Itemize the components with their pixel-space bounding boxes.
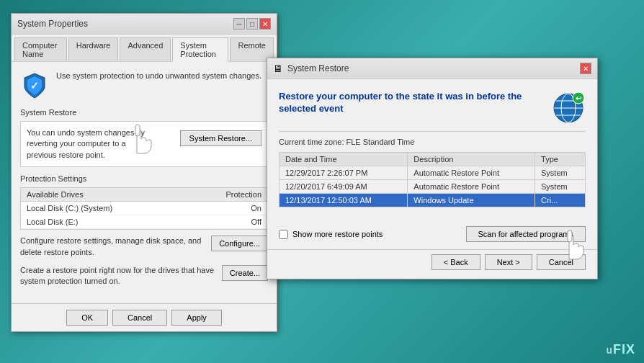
system-restore-row: You can undo system changes by reverting…: [27, 127, 261, 161]
system-restore-box: You can undo system changes by reverting…: [20, 121, 268, 167]
row1-date: 12/29/2017 2:26:07 PM: [279, 166, 408, 180]
undo-text: You can undo system changes by reverting…: [27, 127, 156, 161]
protection-header: Available Drives Protection: [21, 188, 267, 202]
restore-close-button[interactable]: ✕: [580, 63, 591, 74]
drive-e-protection: Off: [251, 218, 261, 226]
configure-button[interactable]: Configure...: [211, 236, 268, 251]
shield-icon: ✓: [20, 71, 49, 99]
show-more-row: Show more restore points: [279, 230, 383, 239]
system-restore-button[interactable]: System Restore...: [180, 130, 261, 146]
next-button[interactable]: Next >: [485, 254, 532, 270]
show-more-label: Show more restore points: [292, 230, 383, 238]
row3-date: 12/13/2017 12:50:03 AM: [279, 194, 408, 207]
back-button[interactable]: < Back: [431, 254, 480, 270]
restore-headline-text: Restore your computer to the state it wa…: [279, 91, 545, 115]
tab-hardware[interactable]: Hardware: [68, 37, 119, 61]
drive-c-name: Local Disk (C:) (System): [27, 204, 112, 212]
system-properties-dialog: System Properties ─ □ ✕ Computer Name Ha…: [11, 13, 277, 332]
row2-desc: Automatic Restore Point: [408, 180, 535, 194]
system-props-body: ✓ Use system protection to undo unwanted…: [12, 62, 277, 303]
col-header-type: Type: [535, 153, 586, 166]
config-row: Configure restore settings, manage disk …: [20, 236, 268, 261]
drive-row-e: Local Disk (E:) Off: [21, 215, 267, 229]
restore-title-bar: 🖥 System Restore ✕: [267, 58, 597, 79]
system-restore-dialog: 🖥 System Restore ✕ Restore your computer…: [267, 58, 598, 279]
row1-type: System: [535, 166, 586, 180]
description-row: ✓ Use system protection to undo unwanted…: [20, 71, 268, 99]
drive-c-protection: On: [251, 204, 261, 212]
create-button[interactable]: Create...: [222, 265, 268, 281]
restore-cancel-button[interactable]: Cancel: [537, 254, 586, 270]
restore-globe-icon: ↩: [551, 91, 586, 125]
maximize-button[interactable]: □: [246, 18, 258, 30]
row3-type: Cri...: [535, 194, 586, 207]
tab-advanced[interactable]: Advanced: [120, 37, 171, 61]
ok-button[interactable]: OK: [66, 310, 108, 326]
scan-button[interactable]: Scan for affected programs: [466, 226, 586, 242]
show-more-checkbox[interactable]: [279, 230, 288, 239]
table-row-selected[interactable]: 12/13/2017 12:50:03 AM Windows Update Cr…: [279, 194, 586, 207]
drive-row-c: Local Disk (C:) (System) On: [21, 202, 267, 215]
timezone-text: Current time zone: FLE Standard Time: [279, 138, 586, 146]
col-header-desc: Description: [408, 153, 535, 166]
cancel-button[interactable]: Cancel: [112, 310, 167, 326]
svg-text:↩: ↩: [576, 94, 582, 102]
col-protection: Protection: [225, 190, 261, 199]
protection-table: Available Drives Protection Local Disk (…: [20, 187, 268, 230]
row2-date: 12/20/2017 6:49:09 AM: [279, 180, 408, 194]
svg-text:✓: ✓: [30, 80, 39, 91]
restore-footer-lower: < Back Next > Cancel: [267, 249, 597, 279]
restore-title-text: System Restore: [287, 63, 349, 73]
create-text: Create a restore point right now for the…: [20, 265, 216, 287]
logo-watermark: uFIX: [606, 342, 635, 357]
restore-footer-upper: Show more restore points Scan for affect…: [267, 219, 597, 249]
system-props-footer: OK Cancel Apply: [12, 303, 277, 331]
restore-points-table: Date and Time Description Type 12/29/201…: [279, 152, 586, 207]
table-header-row: Date and Time Description Type: [279, 153, 586, 166]
protection-label: Protection Settings: [20, 174, 268, 183]
restore-title-controls: ✕: [580, 63, 591, 74]
close-button[interactable]: ✕: [259, 18, 271, 30]
system-restore-label: System Restore: [20, 108, 268, 117]
restore-headline-row: Restore your computer to the state it wa…: [279, 91, 586, 125]
row3-desc: Windows Update: [408, 194, 535, 207]
tab-computer-name[interactable]: Computer Name: [14, 37, 67, 61]
description-text: Use system protection to undo unwanted s…: [56, 71, 261, 81]
create-row: Create a restore point right now for the…: [20, 265, 268, 290]
tab-system-protection[interactable]: System Protection: [172, 37, 228, 62]
table-row[interactable]: 12/29/2017 2:26:07 PM Automatic Restore …: [279, 166, 586, 180]
tabs-bar: Computer Name Hardware Advanced System P…: [12, 35, 277, 62]
logo-text: uFIX: [606, 344, 635, 356]
restore-icon: 🖥: [273, 63, 283, 74]
apply-button[interactable]: Apply: [171, 310, 222, 326]
row1-desc: Automatic Restore Point: [408, 166, 535, 180]
title-controls: ─ □ ✕: [233, 18, 271, 30]
minimize-button[interactable]: ─: [233, 18, 245, 30]
system-props-title-bar: System Properties ─ □ ✕: [12, 14, 277, 35]
col-drives: Available Drives: [27, 190, 84, 199]
table-row[interactable]: 12/20/2017 6:49:09 AM Automatic Restore …: [279, 180, 586, 194]
system-props-title: System Properties: [17, 19, 88, 29]
row2-type: System: [535, 180, 586, 194]
config-text: Configure restore settings, manage disk …: [20, 236, 205, 258]
restore-divider: [279, 131, 586, 132]
drive-e-name: Local Disk (E:): [27, 218, 79, 226]
logo-fix: FIX: [613, 342, 635, 357]
col-header-date: Date and Time: [279, 153, 408, 166]
restore-body: Restore your computer to the state it wa…: [267, 79, 597, 219]
